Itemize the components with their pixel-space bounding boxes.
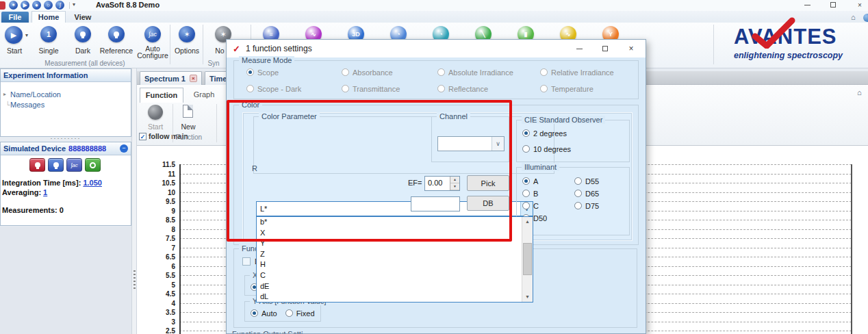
spin-up-icon[interactable]: ▲ [450,177,459,183]
cie-observer-radio[interactable]: 2 degrees [522,128,629,138]
device-panel-header[interactable]: Simulated Device 888888888 − [1,142,131,155]
spin-down-icon[interactable]: ▼ [450,183,459,190]
reference-bulb-quick-icon[interactable]: ○ [44,1,53,10]
dark-bulb-quick-icon[interactable]: ● [32,1,41,10]
dropdown-scrollbar[interactable]: ▲ ▼ [522,217,533,302]
app-icon [0,1,5,10]
scroll-down-icon[interactable]: ▼ [522,292,533,302]
illuminant-radio[interactable]: C [522,201,574,211]
maximize-button[interactable] [826,0,840,10]
dialog-maximize-button[interactable] [592,44,618,53]
averaging-value[interactable]: 1 [43,188,47,196]
y-tick-label: 11 [137,170,175,177]
subtab-graph[interactable]: Graph [185,88,223,103]
measure-mode-group: Measure Mode ScopeAbsorbanceAbsolute Irr… [233,60,639,99]
dropdown-item[interactable]: Y [257,238,522,249]
logo-check-icon [750,17,797,49]
measure-mode-radio[interactable]: Absorbance [342,67,437,77]
dropdown-item[interactable]: Z [257,249,522,260]
measure-mode-radio[interactable]: Absolute Irradiance [437,67,540,77]
pick-button[interactable]: Pick [467,175,509,191]
y-tick-label: 8.5 [137,216,175,224]
dropdown-item[interactable]: b* [257,217,522,228]
new-function-button[interactable] [183,105,193,118]
ribbon-tab-strip [0,11,868,23]
tab-spectrum-1[interactable]: Spectrum 1 × [140,71,202,85]
dialog-close-button[interactable]: × [618,44,644,53]
dropdown-item[interactable]: C [257,270,522,281]
dock-splitter-vertical[interactable] [131,68,137,334]
function-start-button[interactable] [148,105,163,120]
minimize-button[interactable] [800,0,814,10]
play-quick-icon[interactable]: ▶ [21,1,29,10]
measure-mode-radio[interactable]: Temperature [540,84,638,94]
dropdown-item[interactable]: X [257,228,522,239]
measure-mode-radio[interactable]: Relative Irradiance [540,67,638,77]
y-axis-line [179,164,181,334]
collapse-panel-icon[interactable]: − [120,144,128,153]
start-dropdown-icon[interactable]: ▾ [25,32,28,38]
bulb-icon [114,31,119,37]
dark-lamp-button[interactable] [29,158,45,172]
color-parameter-dropdown[interactable]: b*XYZHCdEdL ▲ ▼ [256,216,533,303]
chevron-down-icon[interactable]: ∨ [492,137,504,151]
close-button[interactable]: × [853,0,867,10]
globe-icon[interactable] [863,14,868,22]
panel-splitter-horizontal[interactable]: ········· [0,136,131,141]
close-tab-icon[interactable]: × [190,75,197,82]
panel-home-icon[interactable]: ⌂ [857,88,862,97]
dropdown-item[interactable]: dL [257,292,522,303]
reference-button[interactable] [108,26,125,42]
illuminant-radio[interactable]: D65 [574,188,626,198]
tree-item-name-location[interactable]: ▸ Name/Location [3,89,131,99]
measure-mode-radio[interactable]: Scope - Dark [246,84,342,94]
home-icon[interactable]: ⌂ [851,13,856,21]
function-group-label: Function [168,133,209,141]
start-button[interactable]: ▶ [5,26,23,44]
measure-mode-radio[interactable]: Reflectance [437,84,540,94]
illuminant-radio[interactable]: D55 [574,176,626,186]
options-button[interactable]: ✶ [179,26,195,42]
ref-value-spinner[interactable]: 0.00 ▲▼ [424,176,460,191]
y-axis-radio[interactable]: Fixed [285,308,315,318]
reference-color-field[interactable] [411,196,460,211]
db-button[interactable]: DB [467,196,509,211]
channel-combobox[interactable]: ∨ [437,136,505,151]
illuminant-radio[interactable]: B [522,188,574,198]
wrench-quick-icon[interactable]: ✶ [9,1,18,10]
experiment-panel-header[interactable]: Experiment Information [1,69,131,82]
measure-mode-radio[interactable]: Transmittance [342,84,437,94]
integration-time-value[interactable]: 1.050 [83,179,102,187]
scrollbar-thumb[interactable] [523,243,532,275]
tab-file[interactable]: File [1,12,29,23]
avantes-logo: AVANTES enlightening spectroscopy [722,23,868,68]
single-label: Single [32,47,65,55]
dark-label: Dark [66,47,99,55]
power-button[interactable] [85,158,101,172]
illuminant-radio[interactable]: A [522,176,574,186]
y-tick-label: 7 [137,244,175,251]
auto-configure-quick-icon[interactable]: ∫ [55,1,64,10]
auto-configure-button[interactable]: ∫ac [144,26,161,42]
single-button[interactable]: 1 [40,26,57,42]
tab-view[interactable]: View [68,12,97,23]
qat-customize-icon[interactable]: ▾ [73,1,75,8]
illuminant-radio[interactable]: D75 [574,201,626,211]
y-axis-radio[interactable]: Auto [251,308,277,318]
dropdown-item[interactable]: H [257,259,522,270]
integration-time-row: Integration Time [ms]: 1.050 [2,179,131,187]
dropdown-item[interactable]: dE [257,281,522,292]
auto-configure-device-button[interactable]: ∫ac [66,158,82,172]
dark-button[interactable] [75,26,91,42]
scroll-up-icon[interactable]: ▲ [522,217,533,227]
tab-home[interactable]: Home [31,11,66,23]
expander-icon[interactable]: ▸ [3,91,10,97]
dialog-minimize-button[interactable] [566,44,592,53]
cie-observer-radio[interactable]: 10 degrees [522,144,629,154]
tree-item-messages[interactable]: └ Messages [3,99,131,110]
experiment-panel-title: Experiment Information [3,71,88,79]
measure-mode-radio[interactable]: Scope [246,67,342,77]
reference-lamp-button[interactable] [48,158,64,172]
dialog-titlebar[interactable]: ✓ 1 function settings × [227,40,646,57]
subtab-function[interactable]: Function [140,88,183,103]
